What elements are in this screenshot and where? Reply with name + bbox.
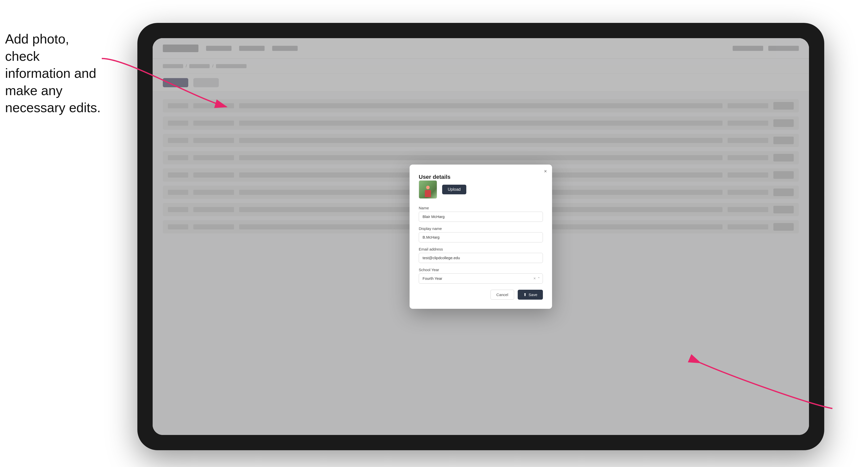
school-year-field-group: School Year First Year Second Year Third… bbox=[419, 268, 543, 284]
cancel-button[interactable]: Cancel bbox=[491, 290, 514, 300]
person-body bbox=[425, 190, 431, 197]
arrow-left bbox=[89, 51, 242, 115]
modal-title: User details bbox=[419, 174, 451, 180]
name-field-group: Name bbox=[419, 206, 543, 222]
save-icon: ⬆ bbox=[523, 292, 527, 297]
person-head bbox=[426, 186, 430, 189]
select-clear-button[interactable]: × bbox=[533, 277, 536, 281]
save-label: Save bbox=[529, 292, 537, 297]
email-input[interactable] bbox=[419, 253, 543, 263]
arrow-right bbox=[685, 352, 843, 416]
photo-area: Upload bbox=[419, 180, 543, 199]
select-arrow-icon: ⌃ bbox=[537, 277, 540, 281]
user-details-modal: User details × Upload bbox=[410, 164, 552, 309]
display-name-label: Display name bbox=[419, 226, 543, 231]
display-name-input[interactable] bbox=[419, 232, 543, 242]
school-year-label: School Year bbox=[419, 268, 543, 272]
person-silhouette bbox=[424, 186, 432, 198]
school-year-select-wrapper: First Year Second Year Third Year Fourth… bbox=[419, 274, 543, 284]
name-label: Name bbox=[419, 206, 543, 210]
photo-thumbnail bbox=[419, 180, 437, 199]
email-label: Email address bbox=[419, 247, 543, 251]
modal-close-button[interactable]: × bbox=[544, 168, 547, 174]
modal-footer: Cancel ⬆ Save bbox=[419, 290, 543, 300]
display-name-field-group: Display name bbox=[419, 226, 543, 242]
email-field-group: Email address bbox=[419, 247, 543, 263]
select-controls: × ⌃ bbox=[533, 277, 540, 281]
photo-image bbox=[419, 181, 437, 198]
name-input[interactable] bbox=[419, 212, 543, 222]
school-year-select[interactable]: First Year Second Year Third Year Fourth… bbox=[419, 274, 543, 284]
upload-button[interactable]: Upload bbox=[442, 185, 466, 194]
save-button[interactable]: ⬆ Save bbox=[518, 290, 543, 300]
annotation-left: Add photo, check information and make an… bbox=[5, 31, 102, 117]
